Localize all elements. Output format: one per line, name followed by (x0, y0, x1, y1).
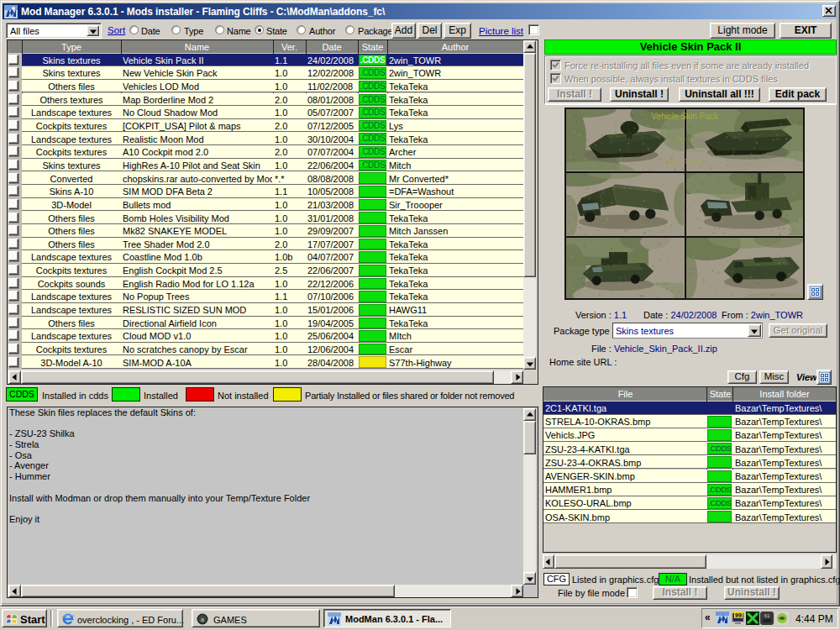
svg-text:2win_TOWR: 2win_TOWR (662, 156, 707, 165)
svg-text:a: a (201, 617, 204, 622)
svg-text:99: 99 (735, 612, 742, 618)
svg-text:Vehicle Skin Pack: Vehicle Skin Pack (651, 112, 718, 121)
svg-text:61: 61 (764, 613, 770, 618)
svg-text:by II: by II (677, 134, 692, 144)
